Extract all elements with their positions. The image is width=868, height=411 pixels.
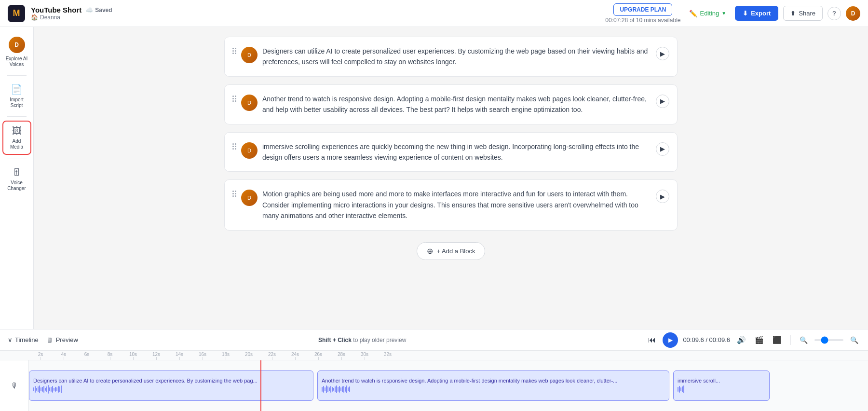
tracks-area: 🎙 Designers can utilize AI to create per…: [0, 360, 868, 411]
sidebar-item-add-media[interactable]: 🖼 Add Media: [2, 121, 31, 155]
tracks-content: Designers can utilize AI to create perso…: [29, 360, 868, 411]
ruler-mark: 16s: [191, 352, 214, 360]
block-avatar-4: D: [241, 190, 258, 206]
share-icon: ⬆: [790, 10, 796, 17]
add-block-button[interactable]: ⊕ + Add a Block: [417, 242, 486, 260]
mic-button[interactable]: 🎙: [0, 360, 28, 411]
voice-changer-icon: 🎚: [12, 167, 22, 178]
block-avatar-2: D: [241, 95, 258, 111]
script-block-2: D Another trend to watch is responsive d…: [224, 84, 678, 124]
ruler-mark: 26s: [307, 352, 330, 360]
help-button[interactable]: ?: [827, 7, 841, 20]
main-layout: D Explore AI Voices 📄 Import Script 🖼 Ad…: [0, 27, 868, 329]
block-avatar-3: D: [241, 142, 258, 159]
captions-button[interactable]: ⬛: [771, 334, 784, 346]
user-avatar[interactable]: D: [846, 6, 860, 21]
ruler-mark: 20s: [237, 352, 260, 360]
block-play-button-4[interactable]: ▶: [656, 190, 669, 203]
add-media-icon: 🖼: [12, 125, 22, 137]
skip-back-button[interactable]: ⏮: [646, 334, 658, 346]
block-text-3[interactable]: immersive scrolling experiences are quic…: [262, 141, 651, 163]
cloud-icon: ☁️: [85, 6, 93, 14]
play-pause-button[interactable]: ▶: [663, 332, 678, 348]
content-area: D Designers can utilize AI to create per…: [34, 27, 868, 329]
saved-badge: ☁️ Saved: [85, 6, 112, 14]
chevron-down-icon: ∨: [8, 336, 13, 343]
app-logo: M: [8, 5, 25, 22]
waveform-3: [678, 384, 765, 394]
zoom-out-button[interactable]: 🔍: [798, 334, 810, 346]
segment-text-3: immersive scroll...: [678, 378, 765, 384]
time-display: 00:09.6 / 00:09.6: [683, 336, 730, 343]
volume-button[interactable]: 🔊: [735, 334, 748, 346]
timer-display: 00:07:28 of 10 mins available: [605, 17, 680, 24]
block-play-button-2[interactable]: ▶: [656, 95, 669, 108]
audio-segment-2[interactable]: Another trend to watch is responsive des…: [317, 370, 669, 401]
zoom-in-button[interactable]: 🔍: [848, 334, 860, 346]
waveform-2: [322, 384, 665, 394]
sidebar-divider-3: [7, 159, 27, 159]
sidebar: D Explore AI Voices 📄 Import Script 🖼 Ad…: [0, 27, 34, 329]
ruler-marks: 2s 4s 6s 8s 10s 12s 14s 16s 18s 20s 22s …: [0, 351, 399, 360]
block-play-button-3[interactable]: ▶: [656, 142, 669, 156]
block-avatar-1: D: [241, 47, 258, 63]
sidebar-item-import-script[interactable]: 📄 Import Script: [2, 80, 31, 112]
script-block-4: D Motion graphics are being used more an…: [224, 179, 678, 230]
audio-segment-1[interactable]: Designers can utilize AI to create perso…: [29, 370, 313, 401]
sidebar-item-label: Voice Changer: [5, 180, 28, 192]
sidebar-avatar-icon: D: [9, 37, 25, 53]
pencil-icon: ✏️: [689, 10, 697, 17]
segment-text-2: Another trend to watch is responsive des…: [322, 378, 665, 384]
segment-text-1: Designers can utilize AI to create perso…: [33, 378, 309, 384]
sidebar-item-explore-ai-voices[interactable]: D Explore AI Voices: [2, 33, 31, 71]
app-header: M YouTube Short ☁️ Saved 🏠 Deanna UPGRAD…: [0, 0, 868, 27]
audio-track: Designers can utilize AI to create perso…: [29, 360, 868, 411]
drag-handle[interactable]: [232, 46, 236, 54]
block-text-2[interactable]: Another trend to watch is responsive des…: [262, 94, 651, 115]
track-labels: 🎙: [0, 360, 29, 411]
breadcrumb: 🏠 Deanna: [31, 14, 599, 21]
shift-click-hint: Shift + Click to play older preview: [318, 337, 406, 343]
timeline-ruler: 2s 4s 6s 8s 10s 12s 14s 16s 18s 20s 22s …: [0, 351, 868, 360]
sidebar-divider-1: [7, 75, 27, 76]
sidebar-item-label: Import Script: [5, 97, 28, 109]
script-block-1: D Designers can utilize AI to create per…: [224, 37, 678, 77]
download-icon: ⬇: [743, 10, 748, 17]
timeline-header: ∨ Timeline 🖥 Preview Shift + Click to pl…: [0, 329, 868, 351]
bottom-panel: ∨ Timeline 🖥 Preview Shift + Click to pl…: [0, 329, 868, 411]
sidebar-item-voice-changer[interactable]: 🎚 Voice Changer: [2, 163, 31, 195]
editing-mode-button[interactable]: ✏️ Editing ▼: [685, 7, 730, 20]
ruler-mark: 24s: [284, 352, 307, 360]
preview-label: 🖥 Preview: [46, 336, 78, 344]
drag-handle[interactable]: [232, 189, 236, 197]
timeline-track-area: 2s 4s 6s 8s 10s 12s 14s 16s 18s 20s 22s …: [0, 351, 868, 411]
camera-button[interactable]: 🎬: [753, 334, 766, 346]
block-text-1[interactable]: Designers can utilize AI to create perso…: [262, 46, 651, 68]
ruler-mark: 2s: [29, 352, 52, 360]
block-play-button-1[interactable]: ▶: [656, 47, 669, 60]
export-button[interactable]: ⬇ Export: [735, 6, 778, 21]
ruler-mark: 8s: [98, 352, 122, 360]
drag-handle[interactable]: [232, 94, 236, 102]
header-title-area: YouTube Short ☁️ Saved 🏠 Deanna: [31, 6, 599, 21]
ruler-mark: 6s: [75, 352, 98, 360]
waveform-1: [33, 384, 309, 394]
plus-icon: ⊕: [427, 247, 433, 256]
timeline-toggle[interactable]: ∨ Timeline: [8, 336, 39, 343]
preview-screen-icon: 🖥: [46, 336, 53, 344]
ruler-mark: 28s: [330, 352, 353, 360]
ruler-mark: 4s: [52, 352, 75, 360]
avatar-initials: D: [846, 6, 860, 21]
block-text-4[interactable]: Motion graphics are being used more and …: [262, 189, 651, 221]
ruler-mark: 22s: [260, 352, 284, 360]
zoom-slider[interactable]: [814, 339, 843, 341]
ruler-mark: 32s: [376, 352, 399, 360]
drag-handle[interactable]: [232, 141, 236, 150]
ruler-mark: 12s: [145, 352, 168, 360]
share-button[interactable]: ⬆ Share: [783, 6, 823, 21]
playhead[interactable]: [260, 360, 261, 411]
chevron-down-icon: ▼: [721, 11, 726, 16]
audio-segment-3[interactable]: immersive scroll...: [673, 370, 770, 401]
upgrade-plan-button[interactable]: UPGRADE PLAN: [613, 3, 672, 16]
home-icon: 🏠: [31, 14, 38, 21]
